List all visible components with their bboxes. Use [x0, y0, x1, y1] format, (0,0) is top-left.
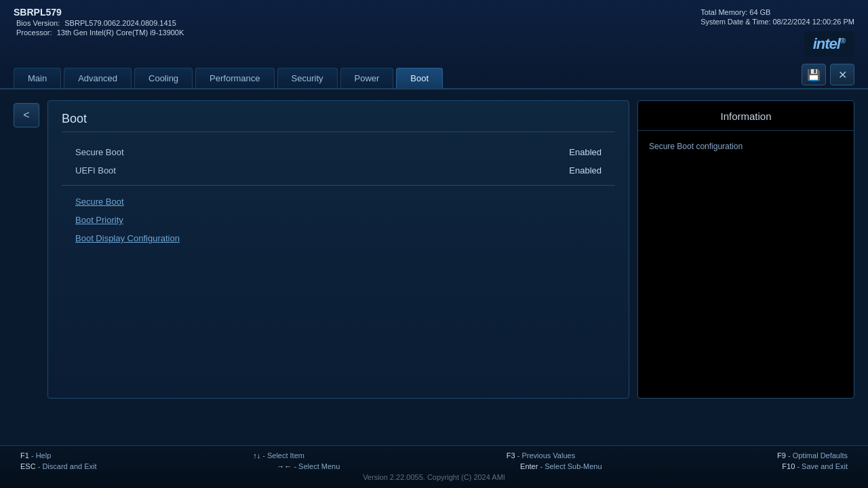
shortcut-select-menu: →← - Select Menu [277, 462, 340, 470]
back-button[interactable]: < [14, 103, 39, 127]
tab-security[interactable]: Security [277, 68, 338, 88]
secure-boot-row: Secure Boot Enabled [62, 143, 615, 161]
save-button[interactable]: 💾 [802, 64, 826, 85]
sub-menu-links: Secure Boot Boot Priority Boot Display C… [62, 197, 615, 243]
secure-boot-label: Secure Boot [75, 147, 124, 157]
tab-main[interactable]: Main [14, 68, 61, 88]
nav-tabs: Main Advanced Cooling Performance Securi… [14, 66, 443, 88]
footer-shortcuts-row2: ESC - Discard and Exit →← - Select Menu … [20, 462, 848, 470]
shortcut-f3: F3 - Previous Values [507, 451, 575, 460]
divider [62, 185, 615, 186]
toolbar-icons: 💾 ✕ [802, 64, 854, 85]
shortcut-f1: F1 - Help [20, 451, 51, 460]
secure-boot-value: Enabled [569, 147, 601, 157]
tab-advanced[interactable]: Advanced [64, 68, 132, 88]
boot-priority-link[interactable]: Boot Priority [75, 215, 615, 225]
content-area: < Boot Secure Boot Enabled UEFI Boot Ena… [0, 89, 868, 409]
info-text: Secure Boot configuration [638, 131, 854, 162]
uefi-boot-row: UEFI Boot Enabled [62, 161, 615, 180]
right-info: Total Memory: 64 GB System Date & Time: … [701, 7, 854, 26]
footer-shortcuts-row1: F1 - Help ↑↓ - Select Item F3 - Previous… [20, 451, 848, 460]
tab-boot[interactable]: Boot [396, 68, 443, 88]
uefi-boot-label: UEFI Boot [75, 165, 116, 176]
secure-boot-link[interactable]: Secure Boot [75, 197, 615, 207]
boot-display-config-link[interactable]: Boot Display Configuration [75, 233, 615, 243]
tab-cooling[interactable]: Cooling [134, 68, 193, 88]
model-label: SBRPL579 [14, 7, 184, 18]
memory-row: Total Memory: 64 GB [701, 8, 854, 16]
panel-title: Boot [62, 112, 615, 132]
bios-version-row: Bios Version: SBRPL579.0062.2024.0809.14… [14, 19, 184, 27]
intel-logo: intel® [804, 31, 854, 57]
header-right: Total Memory: 64 GB System Date & Time: … [701, 7, 854, 57]
shortcut-enter: Enter - Select Sub-Menu [520, 462, 601, 470]
tab-power[interactable]: Power [340, 68, 394, 88]
main-panel: Boot Secure Boot Enabled UEFI Boot Enabl… [47, 100, 629, 399]
datetime-row: System Date & Time: 08/22/2024 12:00:26 … [701, 18, 854, 26]
info-panel: Information Secure Boot configuration [637, 100, 854, 399]
uefi-boot-value: Enabled [569, 165, 601, 176]
shortcut-f9: F9 - Optimal Defaults [777, 451, 848, 460]
shortcut-select-item: ↑↓ - Select Item [253, 451, 304, 460]
system-info: SBRPL579 Bios Version: SBRPL579.0062.202… [14, 7, 184, 37]
info-title: Information [638, 101, 854, 131]
processor-row: Processor: 13th Gen Intel(R) Core(TM) i9… [14, 28, 184, 37]
shortcut-f10: F10 - Save and Exit [782, 462, 848, 470]
close-button[interactable]: ✕ [830, 64, 854, 85]
footer-version: Version 2.22.0055. Copyright (C) 2024 AM… [20, 473, 848, 481]
shortcut-esc: ESC - Discard and Exit [20, 462, 97, 470]
tab-performance[interactable]: Performance [195, 68, 274, 88]
footer: F1 - Help ↑↓ - Select Item F3 - Previous… [0, 445, 868, 488]
header: SBRPL579 Bios Version: SBRPL579.0062.202… [0, 0, 868, 89]
